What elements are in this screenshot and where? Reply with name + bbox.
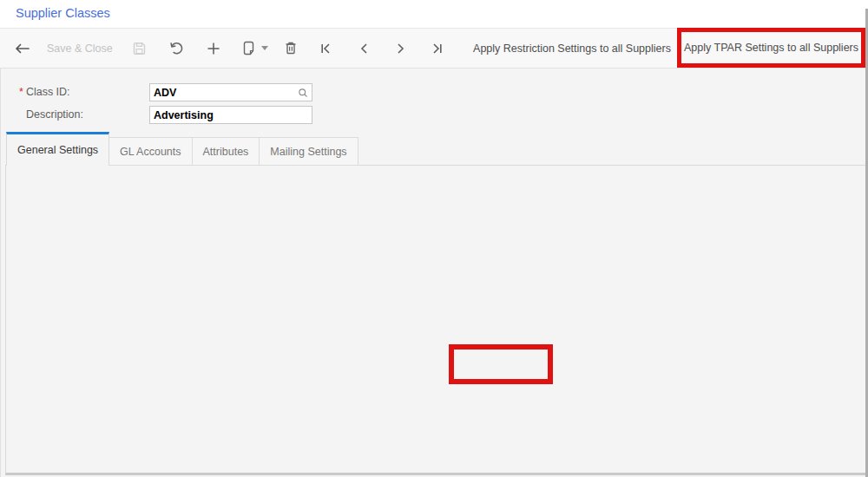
delete-button[interactable]: [284, 29, 298, 68]
left-edge-border: [0, 69, 1, 477]
tab-gl-accounts[interactable]: GL Accounts: [109, 137, 192, 166]
class-id-label: *Class ID:: [19, 83, 70, 101]
tab-content-panel: [5, 165, 865, 475]
next-record-icon: [396, 42, 406, 55]
apply-restriction-settings-button[interactable]: Apply Restriction Settings to all Suppli…: [469, 29, 675, 68]
supplier-classes-screen: Supplier Classes Save & Close: [0, 0, 868, 477]
required-mark: *: [19, 86, 23, 98]
last-record-icon: [431, 42, 444, 55]
undo-button[interactable]: [168, 29, 184, 68]
tab-general-settings[interactable]: General Settings: [6, 132, 109, 166]
undo-icon: [168, 41, 184, 56]
description-field[interactable]: Advertising: [149, 106, 312, 124]
back-button[interactable]: [14, 29, 30, 68]
add-button[interactable]: [207, 29, 220, 68]
description-label: Description:: [26, 106, 83, 124]
save-close-button[interactable]: Save & Close: [47, 29, 113, 68]
page-title: Supplier Classes: [16, 6, 110, 20]
tab-mailing-settings[interactable]: Mailing Settings: [260, 137, 358, 166]
next-record-button[interactable]: [396, 29, 406, 68]
copy-icon: [242, 41, 255, 56]
apply-tpar-settings-button[interactable]: Apply TPAR Settings to all Suppliers: [677, 28, 865, 68]
apply-tpar-settings-label: Apply TPAR Settings to all Suppliers: [684, 42, 858, 54]
delete-icon: [284, 41, 298, 56]
copy-button[interactable]: [242, 29, 268, 68]
first-record-icon: [319, 42, 332, 55]
first-record-button[interactable]: [319, 29, 332, 68]
tab-attributes[interactable]: Attributes: [193, 137, 260, 166]
class-id-field[interactable]: ADV: [149, 83, 312, 101]
add-icon: [207, 42, 220, 56]
copy-menu-caret-icon[interactable]: [261, 46, 268, 50]
search-icon[interactable]: [298, 88, 308, 98]
previous-record-icon: [358, 42, 369, 55]
save-button[interactable]: [132, 29, 147, 68]
last-record-button[interactable]: [431, 29, 444, 68]
tab-strip: General Settings GL Accounts Attributes …: [6, 132, 358, 166]
back-arrow-icon: [14, 42, 30, 55]
save-icon: [132, 42, 147, 56]
previous-record-button[interactable]: [358, 29, 369, 68]
